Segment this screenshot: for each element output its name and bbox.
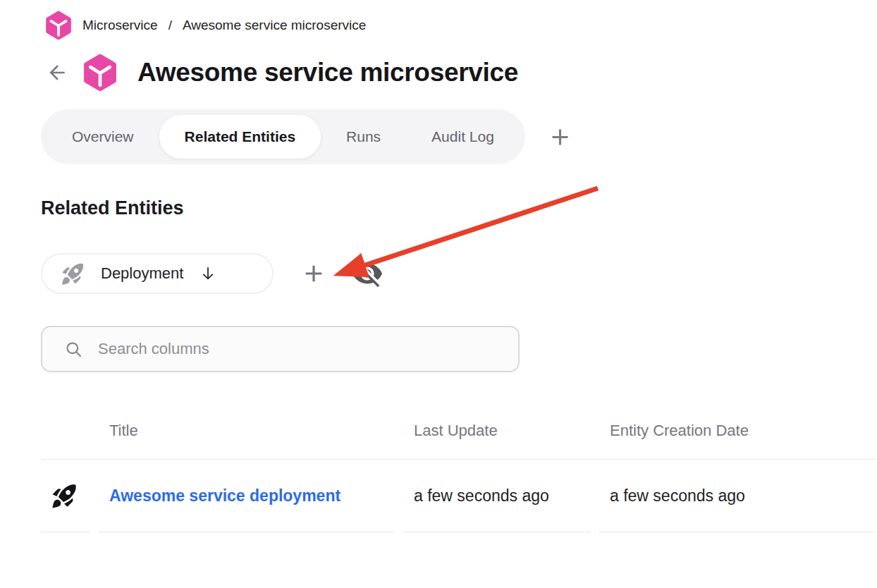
- search-columns-box: [41, 326, 520, 372]
- tab-bar: Overview Related Entities Runs Audit Log: [41, 109, 525, 164]
- page-header: Awesome service microservice: [45, 54, 518, 92]
- row-entity-creation-date-cell: a few seconds ago: [599, 460, 874, 532]
- breadcrumb-item-entity[interactable]: Awesome service microservice: [183, 18, 366, 33]
- entity-page: Microservice / Awesome service microserv…: [0, 0, 877, 588]
- plus-icon: [549, 126, 571, 148]
- add-related-entity-button[interactable]: [302, 262, 326, 286]
- cube-icon: [44, 11, 73, 40]
- tab-overview[interactable]: Overview: [47, 115, 159, 159]
- column-header-title[interactable]: Title: [99, 422, 395, 440]
- breadcrumb-item-blueprint[interactable]: Microservice: [82, 18, 158, 33]
- arrow-down-icon: [199, 264, 217, 283]
- back-button[interactable]: [45, 61, 69, 85]
- entity-creation-date-value: a few seconds ago: [610, 486, 745, 506]
- arrow-left-icon: [46, 61, 68, 84]
- row-last-update-cell: a few seconds ago: [403, 460, 591, 532]
- row-icon-cell: [41, 460, 90, 532]
- eye-off-icon: [351, 257, 384, 290]
- cube-icon: [81, 54, 119, 92]
- related-entities-table: Title Last Update Entity Creation Date A…: [41, 402, 874, 532]
- entity-link[interactable]: Awesome service deployment: [109, 486, 341, 506]
- add-tab-button[interactable]: [548, 124, 573, 149]
- rocket-icon: [60, 261, 86, 287]
- search-columns-input[interactable]: [98, 340, 518, 358]
- table-row[interactable]: Awesome service deployment a few seconds…: [41, 460, 874, 532]
- rocket-icon: [50, 482, 79, 510]
- search-icon: [64, 340, 83, 359]
- section-title: Related Entities: [41, 197, 184, 219]
- breadcrumb: Microservice / Awesome service microserv…: [44, 11, 366, 40]
- blueprint-filter-dropdown[interactable]: Deployment: [41, 253, 274, 294]
- tab-runs[interactable]: Runs: [321, 115, 406, 159]
- hide-empty-columns-toggle[interactable]: [351, 257, 384, 290]
- column-header-entity-creation-date[interactable]: Entity Creation Date: [599, 422, 874, 440]
- tabs-row: Overview Related Entities Runs Audit Log: [41, 109, 573, 164]
- tab-related-entities[interactable]: Related Entities: [159, 115, 321, 159]
- blueprint-filter-label: Deployment: [101, 264, 183, 283]
- tab-audit-log[interactable]: Audit Log: [406, 115, 520, 159]
- last-update-value: a few seconds ago: [414, 486, 549, 506]
- page-title: Awesome service microservice: [137, 58, 518, 87]
- table-header-row: Title Last Update Entity Creation Date: [41, 402, 874, 460]
- plus-icon: [302, 262, 325, 285]
- column-header-last-update[interactable]: Last Update: [403, 422, 591, 440]
- breadcrumb-separator: /: [167, 18, 173, 33]
- related-entities-toolbar: Deployment: [41, 253, 384, 294]
- row-title-cell: Awesome service deployment: [99, 460, 395, 532]
